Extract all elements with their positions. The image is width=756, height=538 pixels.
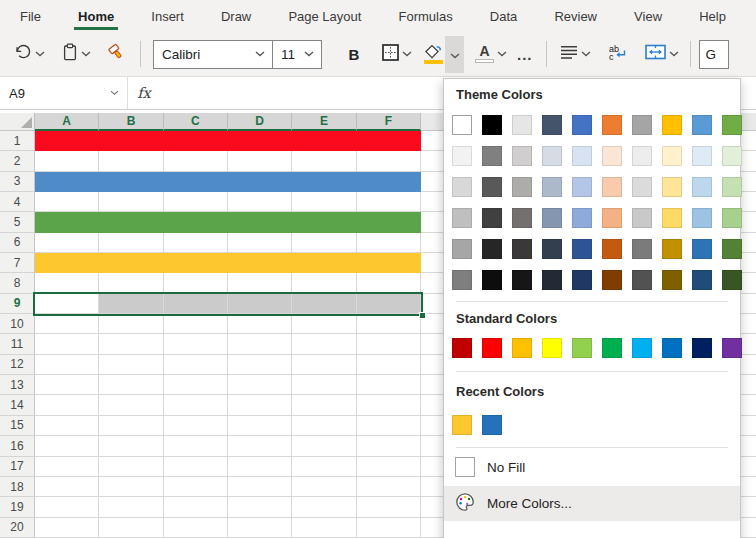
theme-color-swatch[interactable] [722,270,742,290]
recent-color-swatch[interactable] [482,415,502,435]
cell-C10[interactable] [164,314,228,334]
cell-A15[interactable] [35,416,99,436]
cell-E11[interactable] [292,334,356,354]
menu-item-file[interactable]: File [18,0,43,32]
cell-F8[interactable] [357,273,421,293]
cell-B1[interactable] [99,131,163,151]
row-header-19[interactable]: 19 [0,497,35,517]
theme-color-swatch[interactable] [692,146,712,166]
theme-color-swatch[interactable] [572,177,592,197]
standard-color-swatch[interactable] [542,338,562,358]
undo-button[interactable] [13,44,45,65]
cell-F14[interactable] [357,395,421,415]
theme-color-swatch[interactable] [512,239,532,259]
column-header-b[interactable]: B [99,113,163,131]
recent-color-swatch[interactable] [452,415,472,435]
row-header-12[interactable]: 12 [0,355,35,375]
chevron-down-icon[interactable] [581,51,591,57]
cell-F12[interactable] [357,355,421,375]
cell-E7[interactable] [292,253,356,273]
cell-A1[interactable] [35,131,99,151]
row-header-15[interactable]: 15 [0,416,35,436]
cell-A19[interactable] [35,497,99,517]
chevron-down-icon[interactable] [255,51,265,57]
cell-B7[interactable] [99,253,163,273]
theme-color-swatch[interactable] [602,146,622,166]
menu-item-review[interactable]: Review [552,0,599,32]
wrap-text-button[interactable]: abc [608,43,629,65]
merge-cells-button[interactable] [645,44,679,64]
row-header-14[interactable]: 14 [0,395,35,415]
select-all-icon[interactable] [0,113,35,131]
menu-item-insert[interactable]: Insert [149,0,186,32]
cell-E10[interactable] [292,314,356,334]
cell-C5[interactable] [164,212,228,232]
cell-B10[interactable] [99,314,163,334]
cell-C9[interactable] [164,294,228,314]
font-size-select[interactable]: 11 [272,40,322,69]
theme-color-swatch[interactable] [482,208,502,228]
cell-F17[interactable] [357,457,421,477]
theme-color-swatch[interactable] [452,146,472,166]
standard-color-swatch[interactable] [632,338,652,358]
theme-color-swatch[interactable] [632,239,652,259]
cell-D16[interactable] [228,436,292,456]
theme-color-swatch[interactable] [632,115,652,135]
chevron-down-icon[interactable] [669,51,679,57]
cell-E4[interactable] [292,192,356,212]
theme-color-swatch[interactable] [602,115,622,135]
cell-C19[interactable] [164,497,228,517]
cell-F20[interactable] [357,518,421,538]
cell-E6[interactable] [292,233,356,253]
cell-D15[interactable] [228,416,292,436]
cell-A8[interactable] [35,273,99,293]
cell-F10[interactable] [357,314,421,334]
theme-color-swatch[interactable] [662,208,682,228]
cell-D17[interactable] [228,457,292,477]
cell-E14[interactable] [292,395,356,415]
format-painter-button[interactable] [106,43,127,65]
row-header-20[interactable]: 20 [0,518,35,538]
more-colors-option[interactable]: More Colors... [444,486,740,521]
cell-E9[interactable] [292,294,356,314]
theme-color-swatch[interactable] [542,177,562,197]
theme-color-swatch[interactable] [512,115,532,135]
cell-C12[interactable] [164,355,228,375]
menu-item-page-layout[interactable]: Page Layout [286,0,363,32]
theme-color-swatch[interactable] [722,239,742,259]
cell-F4[interactable] [357,192,421,212]
cell-A2[interactable] [35,151,99,171]
cell-A12[interactable] [35,355,99,375]
theme-color-swatch[interactable] [632,270,652,290]
cell-D2[interactable] [228,151,292,171]
cell-A11[interactable] [35,334,99,354]
theme-color-swatch[interactable] [692,115,712,135]
row-header-1[interactable]: 1 [0,131,35,151]
standard-color-swatch[interactable] [602,338,622,358]
cell-E2[interactable] [292,151,356,171]
column-header-a[interactable]: A [35,113,99,131]
theme-color-swatch[interactable] [692,177,712,197]
cell-F7[interactable] [357,253,421,273]
cell-B12[interactable] [99,355,163,375]
cell-E15[interactable] [292,416,356,436]
chevron-down-icon[interactable] [304,51,314,57]
theme-color-swatch[interactable] [692,208,712,228]
fill-color-button[interactable] [424,36,464,73]
cell-A17[interactable] [35,457,99,477]
cell-A10[interactable] [35,314,99,334]
cell-B9[interactable] [99,294,163,314]
cell-E16[interactable] [292,436,356,456]
row-header-7[interactable]: 7 [0,253,35,273]
theme-color-swatch[interactable] [632,208,652,228]
theme-color-swatch[interactable] [722,146,742,166]
font-color-button[interactable]: A [475,45,507,63]
row-header-2[interactable]: 2 [0,151,35,171]
theme-color-swatch[interactable] [572,239,592,259]
theme-color-swatch[interactable] [452,115,472,135]
name-box[interactable]: A9 [0,77,128,109]
cell-A14[interactable] [35,395,99,415]
cell-F19[interactable] [357,497,421,517]
menu-item-home[interactable]: Home [76,0,116,32]
theme-color-swatch[interactable] [692,239,712,259]
